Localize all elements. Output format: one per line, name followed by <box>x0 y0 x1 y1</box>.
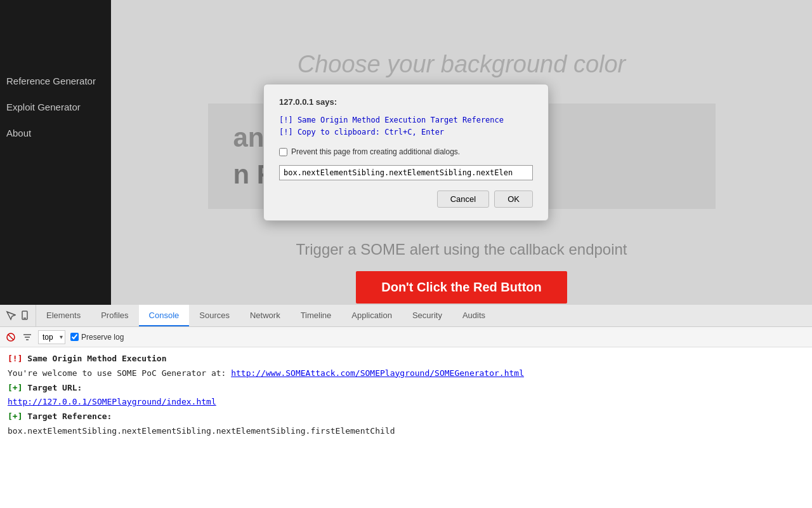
tab-security[interactable]: Security <box>402 305 452 326</box>
console-text-1: Same Origin Method Execution <box>27 354 166 363</box>
console-prefix-3: [+] <box>8 383 22 392</box>
console-link-1[interactable]: http://www.SOMEAttack.com/SOMEPlayground… <box>231 368 524 378</box>
tab-application[interactable]: Application <box>341 305 402 326</box>
tab-network[interactable]: Network <box>240 305 291 326</box>
svg-line-3 <box>8 335 13 340</box>
console-link-2[interactable]: http://127.0.0.1/SOMEPlayground/index.ht… <box>8 397 216 406</box>
devtools-panel: Elements Profiles Console Sources Networ… <box>0 305 812 508</box>
dialog-ok-button[interactable]: OK <box>494 190 533 208</box>
console-text-2: You're welcome to use SOME PoC Generator… <box>8 368 231 378</box>
console-prefix-5: [+] <box>8 411 22 421</box>
devtools-tabs-bar: Elements Profiles Console Sources Networ… <box>0 305 812 327</box>
preserve-log-label[interactable]: Preserve log <box>70 333 124 342</box>
dialog-message-line1: [!] Same Origin Method Execution Target … <box>279 114 533 126</box>
context-select-wrap: top <box>38 330 65 344</box>
dialog-checkbox-row: Prevent this page from creating addition… <box>279 147 533 156</box>
console-line-6: box.nextElementSibling.nextElementSiblin… <box>8 425 804 438</box>
mobile-icon[interactable] <box>19 310 30 321</box>
preserve-log-checkbox[interactable] <box>70 333 79 341</box>
dialog-prevent-checkbox[interactable] <box>279 148 287 156</box>
dialog-message: [!] Same Origin Method Execution Target … <box>279 114 533 138</box>
dialog-header: 127.0.0.1 says: <box>279 97 533 107</box>
devtools-icon-area <box>0 305 36 326</box>
console-line-1: [!] Same Origin Method Execution <box>8 352 804 366</box>
console-text-5: Target Reference: <box>27 411 112 421</box>
tab-sources[interactable]: Sources <box>189 305 240 326</box>
dialog-buttons: Cancel OK <box>279 190 533 208</box>
tab-elements[interactable]: Elements <box>36 305 91 326</box>
tab-timeline[interactable]: Timeline <box>291 305 342 326</box>
dialog-message-line2: [!] Copy to clipboard: Ctrl+C, Enter <box>279 126 533 138</box>
clear-console-icon[interactable] <box>5 331 16 343</box>
tab-audits[interactable]: Audits <box>452 305 495 326</box>
dialog-box: 127.0.0.1 says: [!] Same Origin Method E… <box>263 84 549 221</box>
tab-console[interactable]: Console <box>139 305 190 326</box>
tab-profiles[interactable]: Profiles <box>91 305 138 326</box>
dialog-checkbox-label: Prevent this page from creating addition… <box>291 147 460 156</box>
dialog-overlay: 127.0.0.1 says: [!] Same Origin Method E… <box>0 0 812 305</box>
console-text-6: box.nextElementSibling.nextElementSiblin… <box>8 426 395 436</box>
console-text-3: Target URL: <box>27 383 82 392</box>
devtools-toolbar: top Preserve log <box>0 327 812 347</box>
console-prefix-1: [!] <box>8 354 22 363</box>
preserve-log-text: Preserve log <box>81 333 124 342</box>
console-line-4: http://127.0.0.1/SOMEPlayground/index.ht… <box>8 396 804 409</box>
console-output: [!] Same Origin Method Execution You're … <box>0 347 812 508</box>
console-line-2: You're welcome to use SOME PoC Generator… <box>8 367 804 380</box>
console-line-3: [+] Target URL: <box>8 382 804 395</box>
inspect-icon[interactable] <box>5 310 16 321</box>
console-line-5: [+] Target Reference: <box>8 410 804 424</box>
context-select[interactable]: top <box>38 330 65 344</box>
filter-icon[interactable] <box>22 331 33 343</box>
dialog-input[interactable] <box>279 165 533 180</box>
dialog-cancel-button[interactable]: Cancel <box>437 190 489 208</box>
